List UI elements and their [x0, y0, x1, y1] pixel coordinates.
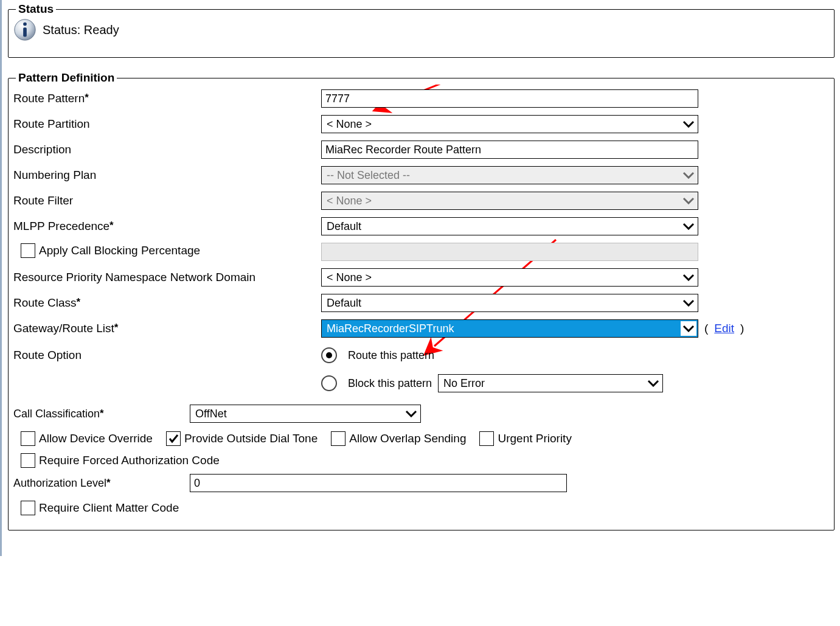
chevron-down-icon — [681, 321, 696, 336]
client-matter-label: Require Client Matter Code — [39, 501, 179, 515]
route-this-pattern-radio[interactable] — [321, 347, 337, 363]
rpnnd-label: Resource Priority Namespace Network Doma… — [13, 271, 321, 284]
forced-auth-checkbox[interactable] — [21, 453, 35, 468]
gateway-select[interactable]: MiaRecRecorderSIPTrunk — [321, 319, 698, 338]
forced-auth-label: Require Forced Authorization Code — [39, 454, 220, 467]
route-pattern-input[interactable] — [321, 89, 698, 108]
numbering-plan-value: -- Not Selected -- — [327, 169, 410, 182]
route-class-label: Route Class — [13, 296, 77, 309]
chevron-down-icon — [403, 406, 419, 421]
chevron-down-icon — [645, 376, 661, 391]
urgent-priority-label: Urgent Priority — [498, 432, 571, 445]
route-partition-value: < None > — [327, 118, 372, 131]
pattern-definition-legend: Pattern Definition — [16, 71, 117, 85]
route-partition-select[interactable]: < None > — [321, 115, 698, 133]
block-this-pattern-radio[interactable] — [321, 375, 337, 391]
call-classification-label: Call Classification — [13, 408, 100, 420]
overlap-sending-checkbox[interactable] — [331, 431, 345, 446]
call-classification-select[interactable]: OffNet — [190, 405, 421, 423]
numbering-plan-select: -- Not Selected -- — [321, 166, 698, 184]
client-matter-checkbox[interactable] — [21, 501, 35, 515]
gateway-value: MiaRecRecorderSIPTrunk — [327, 322, 454, 335]
status-fieldset: Status Status: Ready — [8, 2, 835, 58]
pattern-definition-fieldset: Pattern Definition Route Pattern* Route … — [8, 71, 835, 530]
chevron-down-icon — [681, 117, 696, 131]
numbering-plan-label: Numbering Plan — [13, 169, 321, 182]
status-text: Status: Ready — [43, 23, 119, 37]
call-blocking-disabled-box — [321, 243, 698, 261]
mlpp-value: Default — [327, 220, 361, 233]
chevron-down-icon — [681, 168, 696, 183]
outside-dial-tone-label: Provide Outside Dial Tone — [184, 432, 318, 445]
route-filter-label: Route Filter — [13, 194, 321, 207]
status-legend: Status — [16, 2, 56, 16]
svg-rect-2 — [23, 27, 27, 37]
allow-device-override-label: Allow Device Override — [39, 432, 153, 445]
chevron-down-icon — [681, 296, 696, 310]
block-error-select[interactable]: No Error — [438, 374, 663, 392]
gateway-label: Gateway/Route List — [13, 322, 114, 335]
mlpp-select[interactable]: Default — [321, 217, 698, 235]
rpnnd-select[interactable]: < None > — [321, 268, 698, 287]
outside-dial-tone-checkbox[interactable] — [166, 431, 181, 446]
urgent-priority-checkbox[interactable] — [479, 431, 494, 446]
call-classification-value: OffNet — [195, 408, 227, 420]
route-pattern-label: Route Pattern — [13, 92, 85, 105]
route-partition-label: Route Partition — [13, 117, 321, 131]
auth-level-label: Authorization Level — [13, 477, 106, 489]
block-this-pattern-label: Block this pattern — [348, 377, 432, 390]
rpnnd-value: < None > — [327, 271, 372, 284]
route-class-value: Default — [327, 297, 361, 310]
apply-call-blocking-checkbox[interactable] — [21, 243, 35, 258]
apply-call-blocking-label: Apply Call Blocking Percentage — [39, 244, 200, 257]
auth-level-input[interactable] — [190, 474, 567, 492]
chevron-down-icon — [681, 193, 696, 208]
edit-link[interactable]: Edit — [714, 322, 734, 335]
description-input[interactable] — [321, 141, 698, 159]
route-option-label: Route Option — [13, 349, 321, 362]
route-filter-select: < None > — [321, 192, 698, 210]
route-class-select[interactable]: Default — [321, 294, 698, 312]
mlpp-label: MLPP Precedence — [13, 220, 109, 232]
chevron-down-icon — [681, 270, 696, 285]
overlap-sending-label: Allow Overlap Sending — [349, 432, 466, 445]
svg-point-1 — [23, 23, 27, 26]
description-label: Description — [13, 143, 321, 156]
block-error-value: No Error — [443, 377, 485, 390]
route-this-pattern-label: Route this pattern — [348, 349, 434, 362]
info-icon — [13, 18, 36, 41]
route-filter-value: < None > — [327, 195, 372, 207]
chevron-down-icon — [681, 219, 696, 234]
allow-device-override-checkbox[interactable] — [21, 431, 35, 446]
